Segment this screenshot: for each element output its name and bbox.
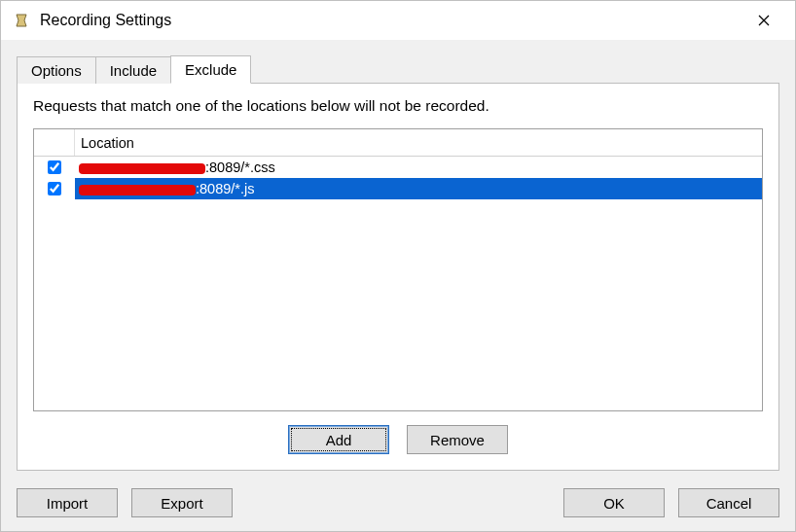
panel-description: Requests that match one of the locations… bbox=[33, 97, 763, 115]
exclude-panel: Requests that match one of the locations… bbox=[17, 83, 779, 471]
tab-include[interactable]: Include bbox=[95, 56, 171, 84]
redacted-host bbox=[79, 163, 205, 174]
row-location-text: :8089/*.css bbox=[205, 160, 275, 175]
row-location-text: :8089/*.js bbox=[196, 181, 254, 196]
spacer bbox=[246, 488, 550, 517]
cancel-button[interactable]: Cancel bbox=[678, 488, 779, 517]
footer-button-row: Import Export OK Cancel bbox=[17, 471, 779, 517]
panel-button-row: Add Remove bbox=[33, 411, 763, 454]
titlebar: Recording Settings bbox=[1, 1, 795, 40]
tab-exclude[interactable]: Exclude bbox=[170, 55, 251, 84]
row-checkbox[interactable] bbox=[48, 182, 61, 195]
redacted-host bbox=[79, 185, 196, 195]
import-button[interactable]: Import bbox=[17, 488, 118, 517]
row-checkbox-cell bbox=[34, 182, 75, 195]
export-button[interactable]: Export bbox=[131, 488, 233, 517]
tab-options[interactable]: Options bbox=[17, 56, 96, 84]
locations-list[interactable]: Location :8089/*.css bbox=[33, 128, 763, 411]
row-location[interactable]: :8089/*.css bbox=[75, 157, 762, 178]
row-checkbox-cell bbox=[34, 160, 75, 174]
list-body: :8089/*.css :8089/*.js bbox=[34, 157, 762, 410]
remove-button[interactable]: Remove bbox=[407, 425, 508, 454]
ok-button[interactable]: OK bbox=[563, 488, 665, 517]
list-header: Location bbox=[34, 129, 762, 157]
add-button[interactable]: Add bbox=[288, 425, 389, 454]
list-item[interactable]: :8089/*.js bbox=[34, 178, 762, 199]
recording-settings-window: Recording Settings Options Include Exclu… bbox=[0, 0, 796, 532]
tab-strip: Options Include Exclude bbox=[17, 53, 779, 83]
column-checkbox bbox=[34, 129, 75, 156]
client-area: Options Include Exclude Requests that ma… bbox=[1, 40, 795, 531]
app-icon bbox=[13, 12, 30, 29]
row-checkbox[interactable] bbox=[48, 160, 61, 174]
column-location[interactable]: Location bbox=[75, 129, 762, 156]
row-location[interactable]: :8089/*.js bbox=[75, 178, 762, 199]
close-button[interactable] bbox=[744, 6, 783, 35]
list-item[interactable]: :8089/*.css bbox=[34, 157, 762, 178]
window-title: Recording Settings bbox=[40, 12, 744, 29]
